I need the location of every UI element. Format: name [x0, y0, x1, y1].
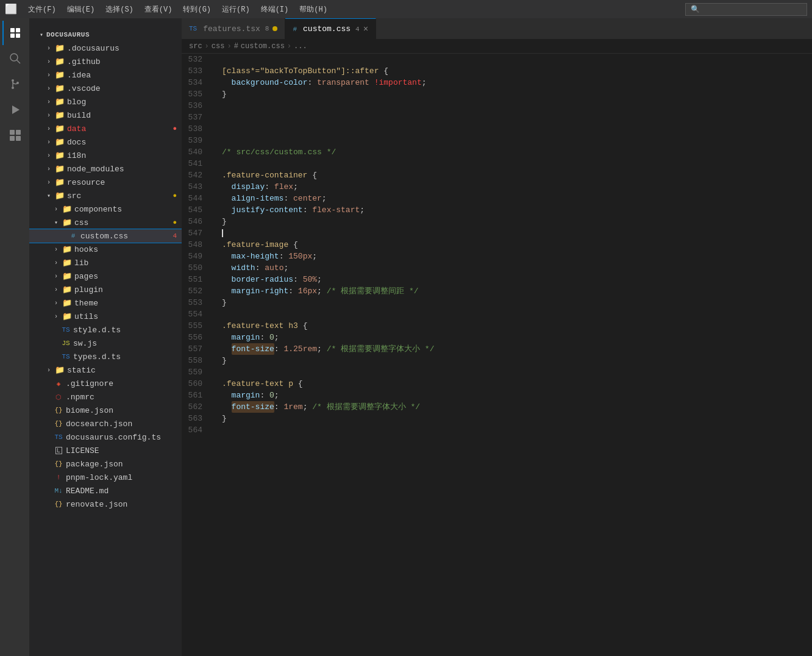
sidebar-item-src[interactable]: ▾📁src● [29, 189, 182, 202]
sidebar-item--vscode[interactable]: ›📁.vscode [29, 82, 182, 95]
menu-item[interactable]: 文件(F) [23, 2, 61, 17]
sidebar-item--gitignore[interactable]: ◈.gitignore [29, 377, 182, 390]
sidebar-item-types-d-ts[interactable]: TStypes.d.ts [29, 350, 182, 363]
menu-item[interactable]: 运行(R) [217, 2, 255, 17]
sidebar-item--github[interactable]: ›📁.github [29, 55, 182, 68]
sidebar-item-package-json[interactable]: {}package.json [29, 457, 182, 471]
sidebar-item-README-md[interactable]: M↓README.md [29, 484, 182, 497]
line-number-541: 541 [182, 158, 207, 169]
menu-item[interactable]: 帮助(H) [294, 2, 332, 17]
sidebar-item-plugin[interactable]: ›📁plugin [29, 283, 182, 296]
sidebar-item--docusaurus[interactable]: ›📁.docusaurus [29, 41, 182, 55]
folder-icon: 📁 [55, 70, 65, 80]
sidebar-item-docs[interactable]: ›📁docs [29, 135, 182, 149]
code-line-536 [212, 100, 812, 112]
sidebar-item-i18n[interactable]: ›📁i18n [29, 149, 182, 162]
git-activity-icon[interactable] [2, 72, 27, 96]
sidebar-item-pages[interactable]: ›📁pages [29, 269, 182, 283]
sidebar-item-style-d-ts[interactable]: TSstyle.d.ts [29, 323, 182, 337]
breadcrumb-part-5[interactable]: custom.css [241, 42, 285, 51]
sidebar-item-hooks[interactable]: ›📁hooks [29, 243, 182, 256]
sidebar-item-lib[interactable]: ›📁lib [29, 256, 182, 269]
line-number-563: 563 [182, 413, 207, 424]
sidebar-item-css[interactable]: ▾📁css● [29, 216, 182, 229]
item-label: custom.css [80, 232, 128, 241]
sidebar-item--idea[interactable]: ›📁.idea [29, 68, 182, 82]
item-label: theme [74, 299, 98, 308]
sidebar-item-sw-js[interactable]: JSsw.js [29, 337, 182, 350]
line-number-544: 544 [182, 193, 207, 204]
sidebar-root[interactable]: ▾DOCUSAURUS [29, 28, 182, 41]
item-badge: ● [173, 125, 177, 132]
sidebar-item-blog[interactable]: ›📁blog [29, 95, 182, 109]
sidebar-item-pnpm-lock-yaml[interactable]: !pnpm-lock.yaml [29, 471, 182, 484]
tab-close-button[interactable]: × [363, 24, 368, 34]
sidebar-item-utils[interactable]: ›📁utils [29, 310, 182, 323]
breadcrumb-part-0[interactable]: src [189, 42, 202, 51]
item-label: docusaurus.config.ts [66, 433, 161, 442]
nav-buttons [662, 8, 679, 10]
tab-custom-css[interactable]: #custom.css 4× [285, 18, 376, 39]
file-icon: TS [54, 433, 63, 441]
code-content[interactable]: [class*="backToTopButton"]::after { back… [212, 54, 812, 656]
sidebar-item-LICENSE[interactable]: 🄻LICENSE [29, 444, 182, 457]
folder-icon: 📁 [62, 258, 72, 268]
sidebar-item-resource[interactable]: ›📁resource [29, 176, 182, 189]
svg-point-4 [10, 54, 18, 61]
file-icon: {} [54, 460, 63, 468]
breadcrumb: src›css›#custom.css›... [182, 40, 812, 54]
code-line-532 [212, 54, 812, 65]
code-line-537 [212, 112, 812, 123]
file-icon: JS [61, 340, 71, 347]
file-icon: ⬡ [54, 393, 63, 401]
code-line-549: max-height: 150px; [212, 251, 812, 262]
svg-rect-0 [10, 28, 15, 32]
sidebar-item-custom-css[interactable]: #custom.css4 [29, 229, 182, 243]
explorer-activity-icon[interactable] [2, 21, 27, 45]
code-line-560: .feature-text p { [212, 378, 812, 390]
tab-features-tsx[interactable]: TSfeatures.tsx 8 [182, 18, 285, 39]
svg-rect-14 [16, 136, 21, 141]
sidebar-item-theme[interactable]: ›📁theme [29, 296, 182, 310]
breadcrumb-part-7[interactable]: ... [294, 42, 307, 51]
line-number-552: 552 [182, 285, 207, 297]
debug-activity-icon[interactable] [2, 98, 27, 122]
file-icon: {} [54, 501, 63, 508]
folder-arrow: › [44, 112, 54, 119]
sidebar-item-static[interactable]: ›📁static [29, 363, 182, 377]
sidebar-item--npmrc[interactable]: ⬡.npmrc [29, 390, 182, 404]
nav-forward-button[interactable] [672, 8, 679, 10]
menu-item[interactable]: 编辑(E) [62, 2, 100, 17]
search-bar[interactable]: 🔍 [685, 3, 807, 16]
sidebar-item-components[interactable]: ›📁components [29, 202, 182, 216]
item-label: plugin [74, 285, 103, 294]
search-activity-icon[interactable] [2, 46, 27, 71]
extensions-activity-icon[interactable] [2, 123, 27, 148]
tab-label: custom.css [303, 24, 351, 34]
menu-item[interactable]: 选择(S) [101, 2, 138, 17]
sidebar-item-docusaurus-config-ts[interactable]: TSdocusaurus.config.ts [29, 430, 182, 444]
code-editor[interactable]: 5325335345355365375385395405415425435445… [182, 54, 812, 656]
sidebar-item-data[interactable]: ›📁data● [29, 122, 182, 135]
sidebar-item-biome-json[interactable]: {}biome.json [29, 404, 182, 417]
item-label: components [74, 205, 122, 214]
breadcrumb-part-4[interactable]: # [234, 42, 238, 51]
sidebar-item-renovate-json[interactable]: {}renovate.json [29, 497, 182, 511]
file-icon: TS [61, 326, 71, 333]
code-line-551: border-radius: 50%; [212, 274, 812, 285]
menu-item[interactable]: 终端(I) [256, 2, 294, 17]
menu-item[interactable]: 查看(V) [140, 2, 177, 17]
sidebar-item-node-modules[interactable]: ›📁node_modules [29, 162, 182, 176]
line-number-539: 539 [182, 135, 207, 146]
menu-item[interactable]: 转到(G) [178, 2, 216, 17]
nav-back-button[interactable] [662, 8, 669, 10]
breadcrumb-part-2[interactable]: css [212, 42, 225, 51]
sidebar-item-docsearch-json[interactable]: {}docsearch.json [29, 417, 182, 430]
code-line-552: margin-right: 16px; /* 根据需要调整间距 */ [212, 285, 812, 297]
breadcrumb-part-1: › [205, 42, 209, 51]
line-number-532: 532 [182, 54, 207, 65]
sidebar-item-build[interactable]: ›📁build [29, 109, 182, 122]
line-number-543: 543 [182, 181, 207, 193]
line-number-564: 564 [182, 424, 207, 436]
code-line-555: .feature-text h3 { [212, 320, 812, 332]
